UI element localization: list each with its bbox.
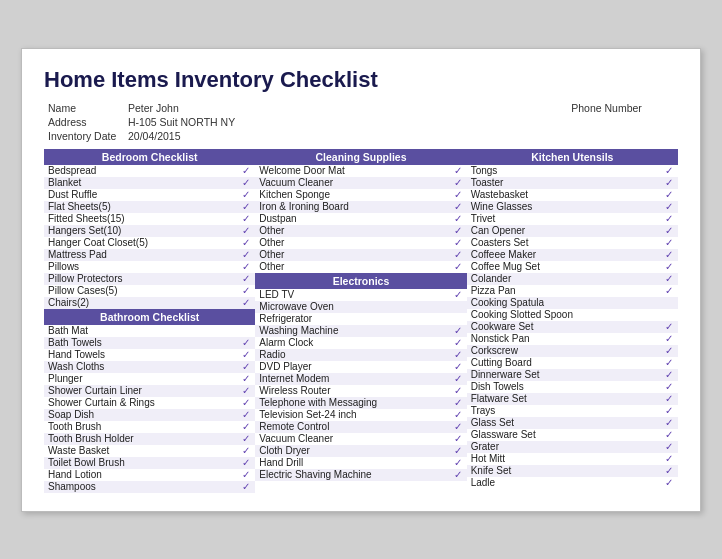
list-item: Flatware Set✓ bbox=[467, 393, 678, 405]
item-name: Bedspread bbox=[46, 165, 242, 176]
list-item: Remote Control✓ bbox=[255, 421, 466, 433]
list-item: Grater✓ bbox=[467, 441, 678, 453]
check-mark: ✓ bbox=[242, 433, 253, 444]
item-name: Blanket bbox=[46, 177, 242, 188]
item-name: Pillow Cases(5) bbox=[46, 285, 242, 296]
item-name: Tooth Brush Holder bbox=[46, 433, 242, 444]
list-item: Wastebasket✓ bbox=[467, 189, 678, 201]
list-item: Internet Modem✓ bbox=[255, 373, 466, 385]
item-name: Other bbox=[257, 249, 453, 260]
check-mark: ✓ bbox=[242, 201, 253, 212]
item-name: Grater bbox=[469, 441, 665, 452]
item-name: DVD Player bbox=[257, 361, 453, 372]
list-item: Other✓ bbox=[255, 249, 466, 261]
checklist-grid: Bedroom Checklist Bedspread✓Blanket✓Dust… bbox=[44, 149, 678, 493]
check-mark: ✓ bbox=[454, 225, 465, 236]
item-name: Welcome Door Mat bbox=[257, 165, 453, 176]
list-item: Hand Towels✓ bbox=[44, 349, 255, 361]
check-mark: ✓ bbox=[454, 373, 465, 384]
address-label: Address bbox=[44, 115, 124, 129]
check-mark: ✓ bbox=[242, 225, 253, 236]
check-mark: ✓ bbox=[242, 237, 253, 248]
list-item: Hanger Coat Closet(5)✓ bbox=[44, 237, 255, 249]
name-label: Name bbox=[44, 101, 124, 115]
check-mark: ✓ bbox=[242, 409, 253, 420]
item-name: Kitchen Sponge bbox=[257, 189, 453, 200]
list-item: Cooking Spatula bbox=[467, 297, 678, 309]
item-name: Tongs bbox=[469, 165, 665, 176]
item-name: Knife Set bbox=[469, 465, 665, 476]
item-name: Wash Cloths bbox=[46, 361, 242, 372]
item-name: Trays bbox=[469, 405, 665, 416]
list-item: Shower Curtain Liner✓ bbox=[44, 385, 255, 397]
list-item: Ladle✓ bbox=[467, 477, 678, 489]
list-item: Flat Sheets(5)✓ bbox=[44, 201, 255, 213]
item-name: Bath Mat bbox=[46, 325, 243, 336]
item-name: LED TV bbox=[257, 289, 453, 300]
check-mark: ✓ bbox=[242, 457, 253, 468]
list-item: Electric Shaving Machine✓ bbox=[255, 469, 466, 481]
list-item: Wine Glasses✓ bbox=[467, 201, 678, 213]
list-item: Soap Dish✓ bbox=[44, 409, 255, 421]
check-mark: ✓ bbox=[665, 405, 676, 416]
item-name: Dish Towels bbox=[469, 381, 665, 392]
list-item: Glass Set✓ bbox=[467, 417, 678, 429]
check-mark: ✓ bbox=[242, 361, 253, 372]
check-mark: ✓ bbox=[454, 337, 465, 348]
list-item: Knife Set✓ bbox=[467, 465, 678, 477]
check-mark: ✓ bbox=[454, 349, 465, 360]
item-name: Remote Control bbox=[257, 421, 453, 432]
check-mark: ✓ bbox=[454, 433, 465, 444]
item-name: Corkscrew bbox=[469, 345, 665, 356]
item-name: Flatware Set bbox=[469, 393, 665, 404]
item-name: Nonstick Pan bbox=[469, 333, 665, 344]
item-name: Coffee Mug Set bbox=[469, 261, 665, 272]
list-item: DVD Player✓ bbox=[255, 361, 466, 373]
bedroom-header: Bedroom Checklist bbox=[44, 149, 255, 165]
check-mark: ✓ bbox=[242, 165, 253, 176]
check-mark: ✓ bbox=[242, 213, 253, 224]
check-mark: ✓ bbox=[665, 453, 676, 464]
item-name: Chairs(2) bbox=[46, 297, 242, 308]
check-mark: ✓ bbox=[665, 321, 676, 332]
item-name: Alarm Clock bbox=[257, 337, 453, 348]
list-item: Mattress Pad✓ bbox=[44, 249, 255, 261]
item-name: Hot Mitt bbox=[469, 453, 665, 464]
list-item: Blanket✓ bbox=[44, 177, 255, 189]
item-name: Shower Curtain Liner bbox=[46, 385, 242, 396]
list-item: Shower Curtain & Rings✓ bbox=[44, 397, 255, 409]
bedroom-items: Bedspread✓Blanket✓Dust Ruffle✓Flat Sheet… bbox=[44, 165, 255, 309]
name-value: Peter John bbox=[124, 101, 567, 115]
item-name: Radio bbox=[257, 349, 453, 360]
list-item: Television Set-24 inch✓ bbox=[255, 409, 466, 421]
list-item: Cooking Slotted Spoon bbox=[467, 309, 678, 321]
list-item: Bedspread✓ bbox=[44, 165, 255, 177]
item-name: Other bbox=[257, 261, 453, 272]
list-item: Bath Mat bbox=[44, 325, 255, 337]
check-mark: ✓ bbox=[665, 417, 676, 428]
list-item: Other✓ bbox=[255, 261, 466, 273]
check-mark: ✓ bbox=[665, 429, 676, 440]
item-name: Toilet Bowl Brush bbox=[46, 457, 242, 468]
check-mark: ✓ bbox=[665, 189, 676, 200]
check-mark: ✓ bbox=[242, 177, 253, 188]
check-mark: ✓ bbox=[242, 261, 253, 272]
item-name: Telephone with Messaging bbox=[257, 397, 453, 408]
list-item: Telephone with Messaging✓ bbox=[255, 397, 466, 409]
kitchen-items: Tongs✓Toaster✓Wastebasket✓Wine Glasses✓T… bbox=[467, 165, 678, 489]
check-mark: ✓ bbox=[454, 397, 465, 408]
check-mark: ✓ bbox=[454, 289, 465, 300]
check-mark: ✓ bbox=[454, 385, 465, 396]
list-item: Chairs(2)✓ bbox=[44, 297, 255, 309]
list-item: Fitted Sheets(15)✓ bbox=[44, 213, 255, 225]
check-mark: ✓ bbox=[665, 213, 676, 224]
check-mark: ✓ bbox=[242, 385, 253, 396]
bathroom-header: Bathroom Checklist bbox=[44, 309, 255, 325]
item-name: Washing Machine bbox=[257, 325, 453, 336]
item-name: Hand Drill bbox=[257, 457, 453, 468]
check-mark: ✓ bbox=[454, 213, 465, 224]
item-name: Dust Ruffle bbox=[46, 189, 242, 200]
check-mark: ✓ bbox=[665, 225, 676, 236]
check-mark: ✓ bbox=[665, 381, 676, 392]
check-mark: ✓ bbox=[665, 333, 676, 344]
